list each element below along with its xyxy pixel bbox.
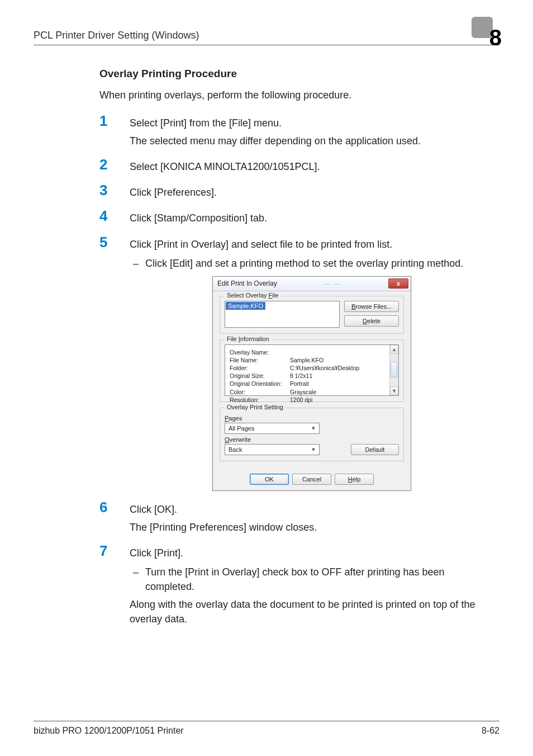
step-text: Click [Print].: [130, 546, 494, 560]
section-heading: Overlay Printing Procedure: [99, 68, 494, 80]
overwrite-row: Overwrite Back ▼ Default: [225, 434, 399, 455]
browse-files-button[interactable]: Browse Files...: [344, 301, 399, 312]
info-key: Resolution:: [230, 396, 290, 404]
file-information-group: File Information Overlay Name: File Name…: [220, 339, 404, 402]
cancel-button[interactable]: Cancel: [292, 474, 331, 485]
info-val: 1200 dpi: [290, 396, 386, 404]
overwrite-label: Overwrite: [225, 436, 320, 443]
info-row: File Name:Sample.KFO: [230, 356, 386, 364]
dialog-title: Edit Print In Overlay: [217, 280, 277, 287]
select-value: All Pages: [229, 425, 254, 432]
info-row: Original Orientation:Portrait: [230, 380, 386, 388]
info-val: Sample.KFO: [290, 356, 386, 364]
info-row: Overlay Name:: [230, 348, 386, 356]
info-val: [290, 348, 386, 356]
label-part: ages: [229, 415, 242, 422]
info-key: Overlay Name:: [230, 348, 290, 356]
step-number: 5: [99, 234, 107, 251]
step-text: Select [KONICA MINOLTA1200/1051PCL].: [130, 159, 494, 174]
info-val: C:¥Users¥konica¥Desktop: [290, 364, 386, 372]
group-label: File Information: [225, 336, 272, 342]
pages-select[interactable]: All Pages ▼: [225, 423, 320, 434]
info-key: Original Size:: [230, 372, 290, 380]
step-7: 7 Click [Print]. Turn the [Print in Over…: [99, 546, 494, 626]
step-text: Click [OK].: [130, 502, 494, 517]
button-label: OK: [265, 476, 274, 483]
page-footer: bizhub PRO 1200/1200P/1051 Printer 8-62: [34, 721, 499, 736]
step-list: 1 Select [Print] from the [File] menu. T…: [99, 116, 494, 626]
info-row: Resolution:1200 dpi: [230, 396, 386, 404]
page: PCL Printer Driver Setting (Windows) 8 O…: [0, 0, 533, 756]
dialog-button-row: OK Cancel Help: [213, 472, 411, 490]
info-row: Color:Grayscale: [230, 388, 386, 396]
label-part: Select Overlay: [227, 292, 269, 299]
select-value: Back: [229, 446, 242, 453]
step-number: 4: [99, 207, 107, 225]
overwrite-col: Overwrite Back ▼: [225, 434, 320, 455]
step-6: 6 Click [OK]. The [Printing Preferences]…: [99, 502, 494, 535]
info-val: 8 1/2x11: [290, 372, 386, 380]
step-text: Click [Print in Overlay] and select file…: [130, 237, 494, 252]
selected-file: Sample.KFO: [226, 302, 265, 310]
step-2: 2 Select [KONICA MINOLTA1200/1051PCL].: [99, 159, 494, 174]
step-subtext: The [Printing Preferences] window closes…: [130, 520, 494, 535]
label-mnemonic: D: [363, 318, 367, 324]
info-key: Folder:: [230, 364, 290, 372]
step-text: Select [Print] from the [File] menu.: [130, 116, 494, 130]
scroll-thumb[interactable]: [391, 362, 397, 377]
scroll-up-icon[interactable]: ▲: [390, 345, 398, 354]
button-label: Default: [365, 446, 385, 453]
page-header: PCL Printer Driver Setting (Windows) 8: [34, 17, 499, 45]
step-number: 3: [99, 182, 107, 199]
info-scrollbar[interactable]: ▲ ▼: [389, 345, 398, 395]
info-val: Grayscale: [290, 388, 386, 396]
footer-left: bizhub PRO 1200/1200P/1051 Printer: [34, 726, 184, 736]
delete-button[interactable]: Delete: [344, 315, 399, 327]
step-number: 7: [99, 542, 107, 560]
close-icon: x: [397, 280, 400, 287]
label-mnemonic: O: [225, 436, 230, 443]
step-4: 4 Click [Stamp/Composition] tab.: [99, 211, 494, 225]
step-number: 6: [99, 499, 107, 516]
file-row: Sample.KFO Browse Files... Delete: [225, 301, 399, 328]
info-row: Folder:C:¥Users¥konica¥Desktop: [230, 364, 386, 372]
chapter-number: 8: [489, 25, 502, 50]
label-mnemonic: H: [348, 476, 353, 483]
pages-label: Pages: [225, 415, 399, 422]
label-part: elp: [353, 476, 361, 483]
overlay-file-list[interactable]: Sample.KFO: [225, 301, 340, 328]
label-part: nformation: [240, 336, 269, 342]
file-buttons: Browse Files... Delete: [344, 301, 399, 328]
group-label: Select Overlay File: [225, 292, 280, 299]
button-label: Cancel: [302, 476, 321, 483]
scroll-down-icon[interactable]: ▼: [390, 386, 398, 395]
step-text: Click [Preferences].: [130, 185, 494, 200]
info-key: File Name:: [230, 356, 290, 364]
info-key: Original Orientation:: [230, 380, 290, 388]
step-number: 1: [99, 112, 107, 130]
group-label: Overlay Print Setting: [225, 404, 285, 410]
step-5: 5 Click [Print in Overlay] and select fi…: [99, 237, 494, 491]
close-button[interactable]: x: [388, 278, 408, 289]
label-part: File: [227, 336, 239, 342]
step-3: 3 Click [Preferences].: [99, 185, 494, 200]
help-button[interactable]: Help: [335, 474, 374, 485]
step-1: 1 Select [Print] from the [File] menu. T…: [99, 116, 494, 148]
edit-print-in-overlay-dialog: Edit Print In Overlay — — x Select Overl…: [212, 276, 411, 491]
dialog-wrap: Edit Print In Overlay — — x Select Overl…: [130, 276, 494, 491]
step-number: 2: [99, 156, 107, 173]
overwrite-select[interactable]: Back ▼: [225, 444, 320, 455]
step-subtext: The selected menu may differ depending o…: [130, 134, 494, 148]
step-text: Click [Stamp/Composition] tab.: [130, 211, 494, 225]
content: Overlay Printing Procedure When printing…: [34, 68, 499, 626]
dialog-body: Select Overlay File Sample.KFO Browse Fi…: [213, 291, 411, 472]
label-part: rowse Files...: [355, 303, 392, 310]
info-row: Original Size:8 1/2x11: [230, 372, 386, 380]
ok-button[interactable]: OK: [250, 474, 289, 485]
dialog-title-blur: — —: [324, 280, 341, 287]
select-overlay-file-group: Select Overlay File Sample.KFO Browse Fi…: [220, 296, 404, 334]
step-bullet: Turn the [Print in Overlay] check box to…: [130, 565, 494, 594]
file-info-box: Overlay Name: File Name:Sample.KFO Folde…: [225, 344, 399, 396]
label-part: elete: [367, 318, 380, 324]
default-button[interactable]: Default: [351, 444, 399, 455]
